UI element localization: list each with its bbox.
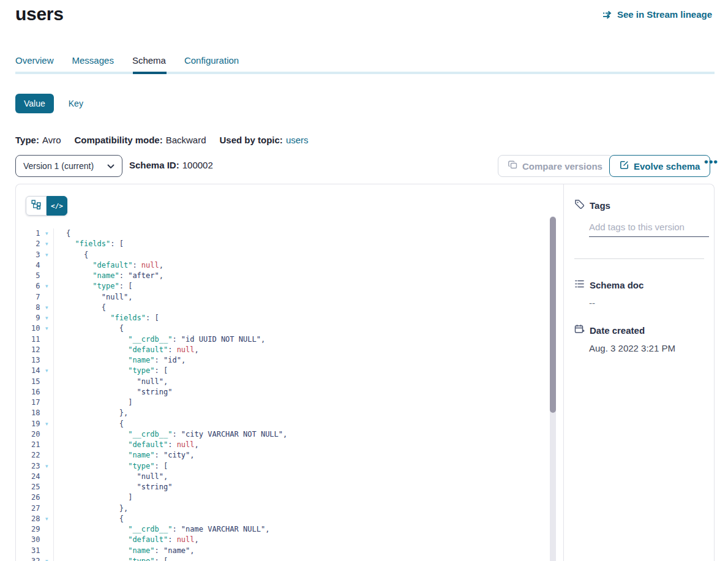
line-gutter: 4 xyxy=(16,260,54,271)
fold-arrow-icon[interactable]: ▾ xyxy=(40,366,53,376)
code-line: 2▾ "fields": [ xyxy=(16,239,563,249)
code-text: }, xyxy=(54,503,128,514)
line-number: 28 xyxy=(16,514,40,524)
date-created-header: Date created xyxy=(574,324,704,336)
editor-scrollbar[interactable] xyxy=(550,216,556,561)
line-gutter: 16 xyxy=(16,387,54,397)
stream-lineage-link[interactable]: See in Stream lineage xyxy=(602,9,712,20)
code-line: 4 "default": null, xyxy=(16,260,563,271)
tab-overview[interactable]: Overview xyxy=(15,55,54,66)
code-text: "null", xyxy=(54,292,132,303)
fold-arrow-empty xyxy=(40,355,53,366)
fold-arrow-empty xyxy=(40,260,53,271)
code-line: 12 "default": null, xyxy=(16,345,563,355)
topic-link[interactable]: users xyxy=(286,135,309,145)
code-text: "__crdb__": "id UUID NOT NULL", xyxy=(54,334,265,345)
line-number: 1 xyxy=(16,228,40,239)
fold-arrow-icon[interactable]: ▾ xyxy=(40,313,53,323)
code-text: "default": null, xyxy=(54,345,199,355)
fold-arrow-empty xyxy=(40,408,53,418)
schema-code-pane: </> 1▾{2▾ "fields": [3▾ {4 "default": nu… xyxy=(16,184,564,561)
used-by-topic: Used by topic:users xyxy=(220,135,309,145)
line-number: 6 xyxy=(16,281,40,292)
code-line: 19▾ { xyxy=(16,419,563,429)
code-lines: 1▾{2▾ "fields": [3▾ {4 "default": null,5… xyxy=(16,228,563,561)
line-gutter: 32▾ xyxy=(16,556,54,561)
line-number: 9 xyxy=(16,313,40,323)
code-view-button[interactable]: </> xyxy=(47,196,67,216)
line-gutter: 7 xyxy=(16,292,54,303)
more-options-button[interactable]: ••• xyxy=(699,155,723,168)
add-tags-input[interactable] xyxy=(589,222,709,237)
fold-arrow-icon[interactable]: ▾ xyxy=(40,281,53,292)
tree-view-button[interactable] xyxy=(26,196,47,216)
fold-arrow-icon[interactable]: ▾ xyxy=(40,250,53,260)
schema-meta-row: Type:Avro Compatibility mode:Backward Us… xyxy=(15,135,309,145)
code-text: "type": [ xyxy=(54,281,132,292)
schema-doc-value: -- xyxy=(589,298,704,308)
code-text: "__crdb__": "name VARCHAR NULL", xyxy=(54,524,269,535)
line-gutter: 5 xyxy=(16,271,54,281)
fold-arrow-empty xyxy=(40,503,53,514)
line-gutter: 30 xyxy=(16,535,54,545)
editor-view-toggle: </> xyxy=(26,196,67,216)
code-line: 32▾ "type": [ xyxy=(16,556,563,561)
fold-arrow-empty xyxy=(40,482,53,492)
code-text: "default": null, xyxy=(54,440,199,450)
fold-arrow-icon[interactable]: ▾ xyxy=(40,323,53,334)
schema-panel: </> 1▾{2▾ "fields": [3▾ {4 "default": nu… xyxy=(15,184,715,561)
line-gutter: 14▾ xyxy=(16,366,54,376)
stream-lineage-label: See in Stream lineage xyxy=(617,9,712,20)
fold-arrow-icon[interactable]: ▾ xyxy=(40,303,53,313)
value-tab-button[interactable]: Value xyxy=(15,94,54,113)
key-tab-button[interactable]: Key xyxy=(69,99,83,108)
line-number: 32 xyxy=(16,556,40,561)
line-gutter: 22 xyxy=(16,450,54,461)
list-icon xyxy=(574,279,585,291)
line-number: 5 xyxy=(16,271,40,281)
line-number: 7 xyxy=(16,292,40,303)
line-gutter: 15 xyxy=(16,377,54,387)
line-number: 15 xyxy=(16,377,40,387)
fold-arrow-icon[interactable]: ▾ xyxy=(40,239,53,249)
compare-versions-button[interactable]: Compare versions xyxy=(498,155,613,177)
schema-sidebar: Tags Schema doc -- xyxy=(565,184,714,561)
code-line: 22 "name": "city", xyxy=(16,450,563,461)
edit-icon xyxy=(620,160,629,171)
code-text: { xyxy=(54,514,124,524)
code-line: 16 "string" xyxy=(16,387,563,397)
code-text: "name": "id", xyxy=(54,355,186,366)
evolve-schema-button[interactable]: Evolve schema xyxy=(609,155,710,177)
code-text: { xyxy=(54,228,70,239)
date-created-section: Date created Aug. 3 2022 3:21 PM xyxy=(574,324,704,353)
fold-arrow-icon[interactable]: ▾ xyxy=(40,514,53,524)
tab-schema[interactable]: Schema xyxy=(132,55,166,66)
schema-type: Type:Avro xyxy=(15,135,61,145)
code-text: "null", xyxy=(54,377,168,387)
tab-configuration[interactable]: Configuration xyxy=(184,55,239,66)
line-gutter: 17 xyxy=(16,397,54,408)
code-text: "string" xyxy=(54,482,172,492)
schema-id: Schema ID:100002 xyxy=(129,160,213,170)
fold-arrow-icon[interactable]: ▾ xyxy=(40,556,53,561)
line-number: 27 xyxy=(16,503,40,514)
fold-arrow-icon[interactable]: ▾ xyxy=(40,419,53,429)
line-gutter: 24 xyxy=(16,472,54,482)
line-number: 3 xyxy=(16,250,40,260)
line-number: 17 xyxy=(16,397,40,408)
fold-arrow-icon[interactable]: ▾ xyxy=(40,228,53,239)
fold-arrow-icon[interactable]: ▾ xyxy=(40,461,53,472)
code-line: 5 "name": "after", xyxy=(16,271,563,281)
evolve-schema-label: Evolve schema xyxy=(634,161,700,171)
editor-scrollbar-thumb[interactable] xyxy=(550,217,556,413)
line-gutter: 8▾ xyxy=(16,303,54,313)
version-select[interactable]: Version 1 (current) xyxy=(15,155,122,177)
tab-messages[interactable]: Messages xyxy=(72,55,114,66)
line-gutter: 27 xyxy=(16,503,54,514)
code-line: 21 "default": null, xyxy=(16,440,563,450)
code-text: }, xyxy=(54,408,128,418)
line-number: 13 xyxy=(16,355,40,366)
chevron-down-icon xyxy=(107,161,114,171)
code-text: "type": [ xyxy=(54,366,168,376)
line-gutter: 19▾ xyxy=(16,419,54,429)
